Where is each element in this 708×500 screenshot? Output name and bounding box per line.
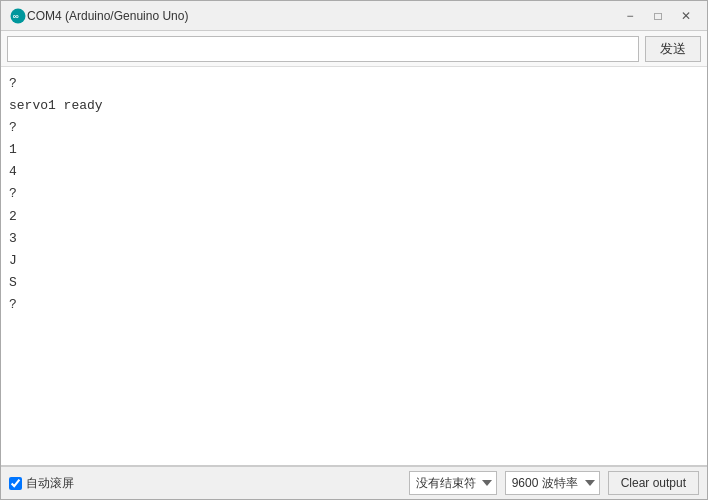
serial-line: S (9, 272, 699, 294)
status-bar: 自动滚屏 没有结束符 换行 回车 换行和回车 300 1200 2400 480… (1, 466, 707, 499)
serial-line: servo1 ready (9, 95, 699, 117)
serial-line: ? (9, 183, 699, 205)
window-controls: − □ ✕ (617, 6, 699, 26)
main-window: ∞ COM4 (Arduino/Genuino Uno) − □ ✕ 发送 ? … (0, 0, 708, 500)
line-ending-select[interactable]: 没有结束符 换行 回车 换行和回车 (409, 471, 497, 495)
serial-line: 3 (9, 228, 699, 250)
serial-input[interactable] (7, 36, 639, 62)
baud-rate-select[interactable]: 300 1200 2400 4800 9600 波特率 19200 38400 … (505, 471, 600, 495)
autoscroll-label[interactable]: 自动滚屏 (9, 475, 74, 492)
serial-line: ? (9, 294, 699, 316)
svg-text:∞: ∞ (13, 12, 19, 21)
clear-output-button[interactable]: Clear output (608, 471, 699, 495)
serial-line: ? (9, 73, 699, 95)
title-bar: ∞ COM4 (Arduino/Genuino Uno) − □ ✕ (1, 1, 707, 31)
send-button[interactable]: 发送 (645, 36, 701, 62)
window-title: COM4 (Arduino/Genuino Uno) (27, 9, 617, 23)
serial-output-area: ? servo1 ready ? 1 4 ? 2 3 J S ? (1, 67, 707, 466)
autoscroll-text: 自动滚屏 (26, 475, 74, 492)
serial-line: ? (9, 117, 699, 139)
close-button[interactable]: ✕ (673, 6, 699, 26)
toolbar: 发送 (1, 31, 707, 67)
arduino-icon: ∞ (9, 7, 27, 25)
autoscroll-checkbox[interactable] (9, 477, 22, 490)
maximize-button[interactable]: □ (645, 6, 671, 26)
serial-line: 1 (9, 139, 699, 161)
serial-line: J (9, 250, 699, 272)
serial-line: 4 (9, 161, 699, 183)
serial-line: 2 (9, 206, 699, 228)
minimize-button[interactable]: − (617, 6, 643, 26)
